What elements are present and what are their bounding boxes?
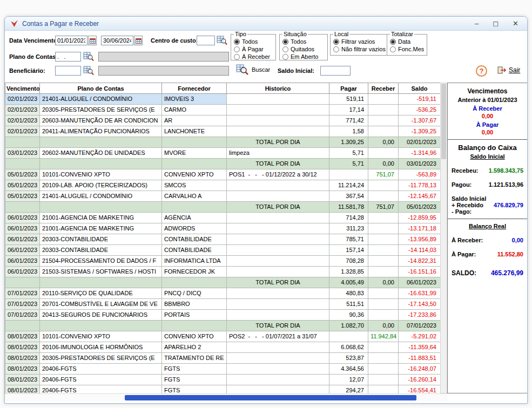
maximize-button[interactable]: ◻ (493, 20, 499, 28)
cell-pagar: 5,71 (329, 148, 368, 159)
tipo-legend: Tipo (234, 31, 247, 37)
column-header-pagar[interactable]: Pagar (329, 83, 368, 94)
table-row[interactable]: 07/01/202320701-COMBUSTÍVEL E LAVAGEM DE… (5, 299, 441, 310)
table-row[interactable]: 06/01/202320303-CONTABILIDADECONTABILIDA… (5, 245, 441, 256)
plano-contas-input[interactable] (55, 52, 81, 62)
cell-historico (227, 105, 329, 115)
table-row[interactable]: 06/01/202320303-CONTABILIDADECONTABILIDA… (5, 234, 441, 245)
table-row[interactable]: 08/01/202310101-CONVENIO XPTOCONVENIO XP… (5, 331, 441, 342)
saldo-inicial-input[interactable] (320, 66, 351, 76)
close-button[interactable]: ✕ (513, 20, 518, 28)
cell-plano: 20303-CONTABILIDADE (40, 245, 162, 256)
column-header-fornecedor[interactable]: Fornecedor (162, 83, 227, 94)
beneficiario-lookup-button[interactable] (82, 65, 95, 77)
table-row[interactable]: 05/01/202320109-LÁB. APOIO (TERCEIRIZADO… (5, 180, 441, 191)
beneficiario-input[interactable] (55, 66, 81, 76)
total-row[interactable]: TOTAL POR DIA5,710,0003/01/2023 (5, 159, 441, 169)
plano-contas-lookup-button[interactable] (82, 51, 95, 63)
radio-input[interactable] (333, 39, 339, 45)
radio-option[interactable]: Quitados (282, 45, 325, 53)
cell-receber (368, 310, 399, 321)
table-row[interactable]: 05/01/202321401-ALUGUEL / CONDOMÍNIOCARV… (5, 191, 441, 202)
radio-option[interactable]: Fonc.Mes (390, 45, 424, 53)
venc-a-pagar-label: À Pagar (452, 121, 523, 128)
table-row[interactable]: 06/01/202321001-AGENCIA DE MARKETINGAGÊN… (5, 213, 441, 223)
horizontal-scrollbar-thumb[interactable] (125, 395, 416, 400)
radio-option[interactable]: Todos (234, 38, 273, 45)
radio-option[interactable]: Não filtrar vazios (333, 45, 386, 53)
cell-saldo: -12.859,95 (399, 213, 441, 223)
radio-option[interactable]: Data (390, 38, 424, 45)
radio-input[interactable] (234, 54, 240, 60)
cell-saldo: -17.143,50 (399, 299, 441, 310)
table-row[interactable]: 08/01/202320106-IMUNOLOGIA E HORMÔNIOSAP… (5, 342, 441, 353)
cell-saldo: -13.956,89 (399, 234, 441, 245)
cell-saldo: -11.778,13 (399, 180, 441, 191)
radio-option[interactable]: À Receber (234, 53, 273, 60)
sair-button[interactable]: Sair (497, 66, 520, 74)
table-row[interactable]: 08/01/202320406-FGTSFGTS4.364,56-16.248,… (5, 364, 441, 375)
cell-fornecedor: FGTS (162, 375, 227, 385)
date-to-input[interactable] (101, 36, 133, 45)
recebeu-label: Recebeu: (452, 167, 479, 174)
radio-input[interactable] (390, 46, 396, 52)
real-a-pagar-label: À Pagar: (452, 251, 476, 257)
cell-pagar: 11.581,78 (329, 202, 368, 213)
column-header-historico[interactable]: Historico (227, 83, 329, 94)
table-row[interactable]: 02/01/202320411-ALIMENTAÇÃO FUNCIONÁRIOS… (5, 126, 441, 137)
column-header-plano-de-contas[interactable]: Plano de Contas (40, 83, 162, 94)
cell-vencimento: 07/01/2023 (5, 288, 40, 299)
radio-option[interactable]: Todos (282, 38, 325, 45)
cell-saldo: -536,25 (399, 105, 441, 115)
table-row[interactable]: 08/01/202320406-FGTSFGTS12,07-16.260,14 (5, 375, 441, 385)
cell-historico (227, 126, 329, 137)
date-from-calendar-button[interactable] (88, 36, 97, 45)
date-from-input[interactable] (55, 36, 87, 45)
radio-option[interactable]: Em Aberto (282, 53, 325, 60)
cell-historico: TOTAL POR DIA (227, 321, 329, 331)
total-row[interactable]: TOTAL POR DIA4.005,490,0006/01/2023 (5, 277, 441, 288)
column-header-saldo[interactable]: Saldo (399, 83, 441, 94)
total-row[interactable]: TOTAL POR DIA1.082,700,0007/01/2023 (5, 321, 441, 331)
vertical-scrollbar-thumb[interactable] (441, 84, 446, 159)
radio-input[interactable] (390, 39, 396, 45)
centro-custo-input[interactable] (197, 36, 215, 45)
cell-saldo: 03/01/2023 (399, 159, 441, 169)
table-row[interactable]: 02/01/202320603-MANUTENÇÃO DE AR CONDICI… (5, 115, 441, 126)
radio-option[interactable]: Filtrar vazios (333, 38, 386, 45)
table-row[interactable]: 02/01/202320305-PRESTADORES DE SERVIÇOS … (5, 105, 441, 115)
table-row[interactable]: 06/01/202321504-PROCESSAMENTO DE DADOS /… (5, 256, 441, 267)
radio-input[interactable] (234, 39, 240, 45)
horizontal-scrollbar[interactable] (5, 393, 448, 401)
radio-input[interactable] (282, 46, 288, 52)
table-row[interactable]: 07/01/202320110-SERVIÇO DE QUALIDADEPNCQ… (5, 288, 441, 299)
table-row[interactable]: 08/01/202320406-FGTSFGTS294,27-16.554,41 (5, 385, 441, 394)
radio-input[interactable] (282, 39, 288, 45)
minimize-button[interactable]: – (475, 20, 479, 28)
radio-input[interactable] (282, 54, 288, 60)
help-button[interactable]: ? (476, 65, 487, 77)
cell-fornecedor: CONTABILIDADE (162, 234, 227, 245)
radio-input[interactable] (333, 46, 339, 52)
radio-option[interactable]: À Pagar (234, 45, 273, 53)
total-row[interactable]: TOTAL POR DIA1.309,250,0002/01/2023 (5, 137, 441, 148)
table-row[interactable]: 07/01/202320413-SEGUROS DE FUNCIONÁRIOSP… (5, 310, 441, 321)
vertical-scrollbar[interactable] (440, 83, 447, 393)
cell-historico (227, 364, 329, 375)
table-row[interactable]: 08/01/202320305-PRESTADORES DE SERVIÇOS … (5, 353, 441, 364)
radio-input[interactable] (234, 46, 240, 52)
buscar-button[interactable]: Buscar (236, 64, 270, 75)
total-row[interactable]: TOTAL POR DIA11.581,78751,0705/01/2023 (5, 202, 441, 213)
cell-fornecedor (162, 277, 227, 288)
centro-custo-lookup-button[interactable] (216, 35, 228, 46)
column-header-vencimento[interactable]: Vencimento (5, 83, 40, 94)
table-row[interactable]: 06/01/202321503-SISTEMAS / SOFTWARES / H… (5, 267, 441, 277)
table-row[interactable]: 06/01/202321001-AGENCIA DE MARKETINGADWO… (5, 223, 441, 234)
cell-receber (368, 299, 399, 310)
table-row[interactable]: 05/01/202310101-CONVENIO XPTOCONVENIO XP… (5, 169, 441, 180)
date-to-calendar-button[interactable] (134, 36, 143, 45)
table-row[interactable]: 03/01/202320602-MANUTENÇÃO DE UNIDADESMV… (5, 148, 441, 159)
column-header-receber[interactable]: Receber (368, 83, 399, 94)
titlebar[interactable]: Contas a Pagar e Receber – ◻ ✕ (5, 17, 527, 31)
table-row[interactable]: 02/01/202321401-ALUGUEL / CONDOMÍNIOIMOV… (5, 94, 441, 105)
